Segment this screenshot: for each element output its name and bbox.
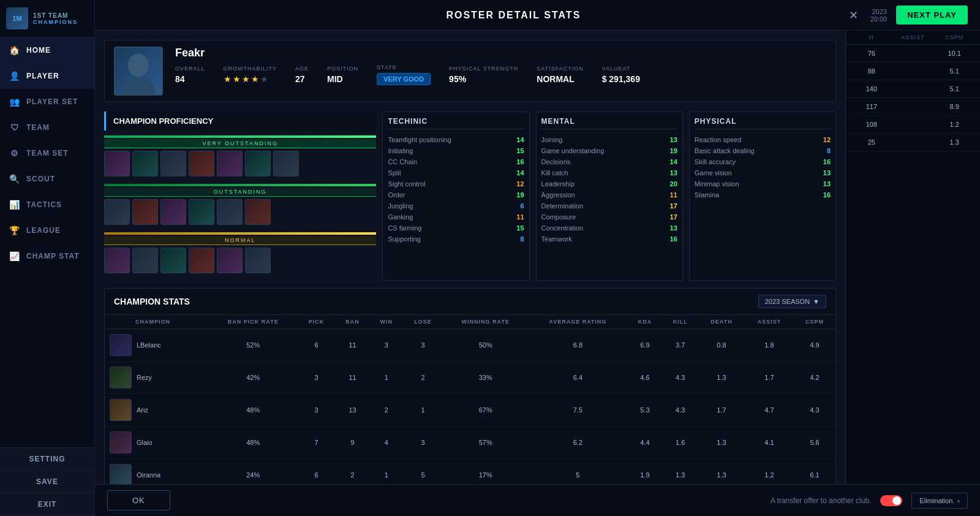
player-avatar (114, 47, 163, 96)
svg-point-0 (128, 54, 149, 77)
champ-thumb (110, 334, 132, 356)
champ-name: Rezy (137, 374, 152, 381)
champ-icon (245, 199, 271, 225)
stat-teamwork: Teamwork 16 (541, 233, 677, 245)
champ-name: Ariz (137, 406, 148, 414)
transfer-toggle[interactable] (880, 495, 902, 506)
player-stats-row: OVERALL 84 GROWTHABILITY ★ ★ ★ ★ ★ (175, 64, 826, 85)
content: Feakr OVERALL 84 GROWTHABILITY ★ ★ ★ (95, 31, 980, 484)
champ-icon (160, 199, 186, 225)
physical-title: PHYSICAL (695, 117, 831, 129)
close-button[interactable]: ✕ (846, 8, 861, 23)
stat-aggression: Aggression 11 (541, 189, 677, 200)
col-lose: LOSE (403, 315, 443, 329)
sidebar-item-label: TEAM SET (26, 149, 69, 157)
transfer-text: A transfer offer to another club. (771, 496, 872, 505)
sidebar-item-champ-stat[interactable]: 📈 CHAMP STAT (0, 243, 94, 269)
sidebar-item-label: SCOUT (26, 175, 55, 183)
save-button[interactable]: SAVE (0, 471, 94, 493)
sidebar-item-player[interactable]: 👤 PLAYER (0, 63, 94, 89)
player-info: Feakr OVERALL 84 GROWTHABILITY ★ ★ ★ (175, 47, 826, 85)
champ-thumb (110, 431, 132, 453)
champ-stats-title: CHAMPION STATS (114, 297, 190, 306)
right-panel: H ASSIST CSPM 76 10.1 88 5.1 140 5.1 117 (845, 31, 980, 484)
logo-title: 1ST TEAM (33, 12, 78, 19)
svg-point-1 (122, 77, 154, 96)
season-select[interactable]: 2023 SEASON ▼ (758, 295, 826, 308)
player-set-icon: 👥 (9, 96, 20, 107)
transfer-section: A transfer offer to another club. Elimin… (771, 493, 968, 509)
league-icon: 🏆 (9, 225, 20, 236)
chevron-right-icon: › (957, 497, 960, 504)
col-cspm: CSPM (794, 315, 835, 329)
next-play-button[interactable]: NEXT PLAY (896, 6, 968, 25)
modal-title: ROSTER DETAIL STATS (181, 10, 846, 21)
champ-icon (217, 248, 243, 273)
age-stat: AGE 27 (295, 66, 309, 84)
stat-supporting: Supporting 8 (388, 233, 524, 245)
player-name: Feakr (175, 47, 826, 59)
right-row-5: 108 1.2 (846, 116, 980, 134)
star-4: ★ (251, 74, 259, 84)
champ-stats-header: CHAMPION STATS 2023 SEASON ▼ (105, 289, 835, 315)
champion-proficiency: CHAMPION PROFICIENCY VERY OUTSTANDING (104, 112, 376, 281)
col-death: DEATH (698, 315, 745, 329)
player-icon: 👤 (9, 70, 20, 82)
logo-icon: 1M (6, 7, 28, 29)
stat-jungling: Jungling 6 (388, 200, 524, 211)
col-assist: ASSIST (745, 315, 794, 329)
table-body: LBelanc 52% 6 11 3 3 50% 6.8 6.9 3.7 0.8… (105, 329, 835, 485)
stat-joining: Joining 13 (541, 134, 677, 145)
stat-gameunderstanding: Game understanding 19 (541, 145, 677, 156)
sidebar-item-tactics[interactable]: 📊 TACTICS (0, 192, 94, 218)
col-winning-rate: WINNING RATE (443, 315, 528, 329)
stat-composure: Composure 17 (541, 211, 677, 222)
state-badge: VERY GOOD (377, 73, 431, 85)
sidebar-item-home[interactable]: 🏠 HOME (0, 37, 94, 63)
sidebar-item-team-set[interactable]: ⚙ TEAM SET (0, 140, 94, 166)
sidebar-item-player-set[interactable]: 👥 PLAYER SET (0, 89, 94, 115)
stat-decisions: Decisions 14 (541, 156, 677, 167)
champ-thumb (110, 464, 132, 484)
sidebar: 1M 1ST TEAM CHAMPIONS 🏠 HOME 👤 PLAYER 👥 … (0, 0, 95, 516)
elimination-button[interactable]: Elimination. › (911, 493, 968, 509)
champ-icon (104, 199, 130, 225)
table-row: Glaio 48% 7 9 4 3 57% 6.2 4.4 1.6 1.3 4.… (105, 427, 835, 459)
tier-very-outstanding: VERY OUTSTANDING (104, 135, 376, 179)
home-icon: 🏠 (9, 45, 20, 56)
col-kill: KILL (662, 315, 698, 329)
right-row-1: 76 10.1 (846, 45, 980, 63)
champ-name: Oiranna (137, 471, 160, 479)
sidebar-item-league[interactable]: 🏆 LEAGUE (0, 218, 94, 243)
sidebar-item-label: PLAYER (26, 72, 59, 80)
sidebar-item-team[interactable]: 🛡 TEAM (0, 115, 94, 140)
champ-icon (160, 151, 186, 176)
exit-button[interactable]: EXIT (0, 493, 94, 516)
stat-leadership: Leadership 20 (541, 178, 677, 189)
physical-stat: PHYSICAL STRENGTH 95% (449, 66, 518, 84)
tier-normal: NORMAL (104, 232, 376, 276)
app-logo: 1M 1ST TEAM CHAMPIONS (0, 0, 94, 37)
stat-gamevision: Game vision 13 (695, 167, 831, 178)
right-row-2: 88 5.1 (846, 63, 980, 80)
col-assist: ASSIST (894, 34, 933, 40)
ok-button[interactable]: OK (107, 490, 170, 510)
sidebar-bottom: SETTING SAVE EXIT (0, 447, 94, 516)
champ-icon (189, 151, 214, 176)
tier-bar-green (104, 135, 376, 138)
stat-determination: Determination 17 (541, 200, 677, 211)
growthability-stat: GROWTHABILITY ★ ★ ★ ★ ★ (224, 66, 277, 84)
champ-icon (160, 248, 186, 273)
tier-label-outstanding: OUTSTANDING (104, 188, 376, 197)
stat-sight: Sight control 12 (388, 178, 524, 189)
right-col-headers: H ASSIST CSPM (846, 31, 980, 45)
datetime: 2023 20:00 (870, 8, 888, 23)
stat-cc: CC Chain 16 (388, 156, 524, 167)
setting-button[interactable]: SETTING (0, 448, 94, 471)
tier-bar-outstanding (104, 184, 376, 186)
sidebar-item-label: TEAM (26, 123, 50, 132)
sidebar-item-scout[interactable]: 🔍 SCOUT (0, 166, 94, 192)
champ-icon (217, 151, 243, 176)
top-bar: ROSTER DETAIL STATS ✕ 2023 20:00 NEXT PL… (95, 0, 980, 31)
right-row-6: 25 1.3 (846, 134, 980, 151)
